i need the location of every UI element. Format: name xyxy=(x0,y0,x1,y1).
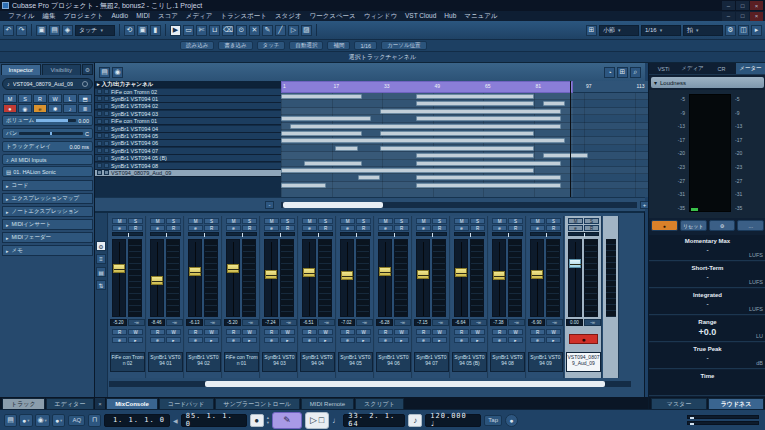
loudness-header[interactable]: ▾ Loudness xyxy=(651,77,764,88)
track-row[interactable]: FiFe con Tromn 01 xyxy=(95,118,281,125)
left-zone-tab[interactable]: トラック xyxy=(2,398,45,409)
channel-mute-button[interactable]: M xyxy=(378,218,393,224)
channel-edit-button[interactable]: e xyxy=(226,225,241,231)
channel-fader[interactable] xyxy=(112,239,126,317)
draw-record-mode-button[interactable]: ✎ xyxy=(272,412,302,429)
channel-peak-readout[interactable]: -∞ xyxy=(356,319,373,326)
midi-event[interactable] xyxy=(416,161,560,166)
channel-read-button[interactable]: R xyxy=(432,225,447,231)
close-tab-icon[interactable]: × xyxy=(95,398,105,409)
inspector-tab-inspector[interactable]: Inspector xyxy=(1,64,41,75)
mixer-channel[interactable]: MSeR-6.13-∞RWe▸SynBr1 VST094 02 xyxy=(185,216,222,378)
channel-name-label[interactable]: SynBr1 VST094 04 xyxy=(300,352,335,372)
channel-write-automation-button[interactable]: W xyxy=(166,329,181,335)
freeze-button[interactable]: ✱ xyxy=(48,104,62,113)
track-mute-button[interactable] xyxy=(97,170,102,175)
track-mute-button[interactable] xyxy=(97,119,102,124)
channel-write-automation-button[interactable]: W xyxy=(470,329,485,335)
time-format-icon[interactable]: ◔ xyxy=(604,67,615,78)
channel-read-button[interactable]: R xyxy=(546,225,561,231)
channel-read-button[interactable]: R xyxy=(394,225,409,231)
channel-fader[interactable] xyxy=(302,239,316,317)
read-button[interactable]: R xyxy=(33,94,47,103)
channel-fader[interactable] xyxy=(378,239,392,317)
locator-display[interactable]: 85. 1. 1. 0 xyxy=(181,414,247,427)
record-button[interactable]: ● xyxy=(250,414,264,427)
channel-solo-button[interactable]: S xyxy=(280,218,295,224)
track-solo-button[interactable] xyxy=(104,111,109,116)
punch-locator-display[interactable]: 33. 2. 1. 64 xyxy=(343,414,405,427)
midi-event[interactable] xyxy=(416,175,560,180)
channel-pan-control[interactable] xyxy=(378,232,409,236)
toolbar-chip[interactable]: 書き込み xyxy=(218,41,252,50)
menu-item[interactable]: プロジェクト xyxy=(60,11,108,21)
lower-zone-tab-コードパッド[interactable]: コードパッド xyxy=(159,398,214,409)
channel-fader[interactable] xyxy=(416,239,430,317)
fader-cap[interactable] xyxy=(265,270,277,279)
undo-button[interactable]: ↶ xyxy=(3,25,14,36)
quantize-select[interactable]: 1/16▾ xyxy=(641,25,681,36)
snap-type-select[interactable]: 小節▾ xyxy=(599,25,639,36)
fader-cap[interactable] xyxy=(417,270,429,279)
channel-pan-control[interactable] xyxy=(454,232,485,236)
menu-item[interactable]: MIDI xyxy=(132,11,154,21)
metronome-click-button[interactable]: ♪ xyxy=(408,414,422,427)
midi-event[interactable] xyxy=(281,131,362,136)
channel-peak-readout[interactable]: -∞ xyxy=(584,319,601,326)
channel-mute-button[interactable]: M xyxy=(530,218,545,224)
loudness-measure-button[interactable]: ● xyxy=(651,220,678,231)
channel-write-automation-button[interactable]: W xyxy=(356,329,371,335)
mixer-channel[interactable]: MSeR-6.51-∞RWe▸SynBr1 VST094 04 xyxy=(299,216,336,378)
inspector-gear-icon[interactable]: ⚙ xyxy=(82,64,93,75)
horizontal-scroll-thumb[interactable] xyxy=(283,202,383,208)
routing-row[interactable]: ♪All MIDI Inputs xyxy=(2,154,93,165)
channel-mute-button[interactable]: M xyxy=(226,218,241,224)
midi-event[interactable] xyxy=(281,94,362,99)
channel-expand-button[interactable]: ▸ xyxy=(242,337,257,343)
menu-item[interactable]: メディア xyxy=(182,11,217,21)
channel-solo-button[interactable]: S xyxy=(546,218,561,224)
channel-expand-button[interactable]: ▸ xyxy=(432,337,447,343)
channel-gain-readout[interactable]: -6.90 xyxy=(528,319,545,326)
toolbar-chip[interactable]: カーソル位置 xyxy=(381,41,426,50)
channel-read-button[interactable]: R xyxy=(584,225,599,231)
channel-mute-button[interactable]: M xyxy=(568,218,583,224)
channel-peak-readout[interactable]: -∞ xyxy=(166,319,183,326)
grid-icon[interactable]: ⊞ xyxy=(617,67,628,78)
meter-sub-tab[interactable]: ラウドネス xyxy=(708,398,764,409)
mixer-channel[interactable]: MSeR-8.46-∞RWe▸SynBr1 VST094 01 xyxy=(147,216,184,378)
workspace-select[interactable]: タッチ▾ xyxy=(75,25,115,36)
inspector-section[interactable]: ▸MIDIフェーダー xyxy=(2,232,93,243)
channel-expand-button[interactable]: ▸ xyxy=(280,337,295,343)
channel-write-automation-button[interactable]: W xyxy=(432,329,447,335)
menu-item[interactable]: VST Cloud xyxy=(401,11,440,21)
channel-edit-button-2[interactable]: e xyxy=(530,337,545,343)
inspector-section[interactable]: ▸ノートエクスプレッション xyxy=(2,206,93,217)
channel-peak-readout[interactable]: -∞ xyxy=(470,319,487,326)
inspector-section[interactable]: ▸MIDIインサート xyxy=(2,219,93,230)
lanes-button[interactable]: ≣ xyxy=(78,104,92,113)
track-solo-button[interactable] xyxy=(104,89,109,94)
channel-peak-readout[interactable]: -∞ xyxy=(508,319,525,326)
track-mute-button[interactable] xyxy=(97,111,102,116)
channel-edit-button-2[interactable]: e xyxy=(226,337,241,343)
position-display[interactable]: 1. 1. 1. 0 xyxy=(104,414,170,427)
channel-write-automation-button[interactable]: W xyxy=(508,329,523,335)
channel-solo-button[interactable]: S xyxy=(432,218,447,224)
fader-cap[interactable] xyxy=(379,267,391,276)
channel-solo-button[interactable]: S xyxy=(242,218,257,224)
track-row[interactable]: SynBr1 VST094 01 xyxy=(95,96,281,103)
track-mute-button[interactable] xyxy=(97,148,102,153)
channel-read-automation-button[interactable]: R xyxy=(302,329,317,335)
channel-fader[interactable] xyxy=(530,239,544,317)
track-solo-button[interactable] xyxy=(104,126,109,131)
inspector-section[interactable]: ▸コード xyxy=(2,180,93,191)
fader-cap[interactable] xyxy=(227,264,239,273)
channel-write-automation-button[interactable]: W xyxy=(546,329,561,335)
channel-read-automation-button[interactable]: R xyxy=(226,329,241,335)
track-color-dot[interactable] xyxy=(82,81,88,87)
channel-edit-button-2[interactable]: e xyxy=(150,337,165,343)
channel-mute-button[interactable]: M xyxy=(302,218,317,224)
fader-cap[interactable] xyxy=(455,268,467,277)
channel-pan-control[interactable] xyxy=(264,232,295,236)
